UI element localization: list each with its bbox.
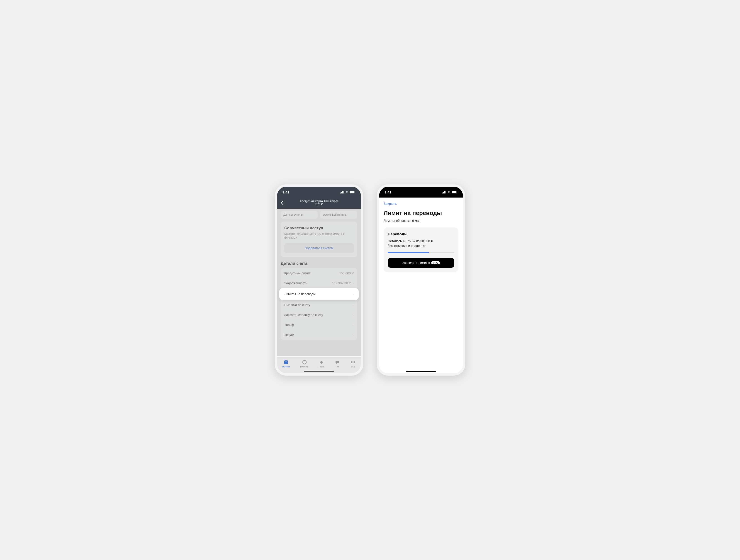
tab-home[interactable]: Главная bbox=[282, 359, 290, 368]
status-time: 9:41 bbox=[384, 190, 391, 194]
svg-rect-2 bbox=[342, 191, 343, 194]
progress-bar bbox=[388, 252, 454, 253]
chat-icon bbox=[335, 359, 340, 365]
row-statement[interactable]: Выписка по счету › bbox=[281, 300, 357, 310]
back-button[interactable] bbox=[281, 201, 284, 205]
tab-label: Главная bbox=[282, 366, 290, 368]
page-title: Лимит на переводы bbox=[384, 210, 458, 217]
svg-rect-7 bbox=[284, 360, 288, 364]
row-transfer-limits[interactable]: Лимиты на переводы › bbox=[279, 288, 359, 300]
limit-card-text: Осталось 18 750 ₽ из 50 000 ₽ без комисс… bbox=[388, 239, 454, 248]
chevron-right-icon: › bbox=[353, 292, 354, 296]
tab-label: Еще bbox=[351, 366, 355, 368]
row-tariff[interactable]: Тариф › bbox=[281, 320, 357, 330]
nav-subtitle: 7,70 ₽ bbox=[287, 203, 351, 206]
home-icon bbox=[283, 359, 289, 365]
battery-icon bbox=[350, 191, 356, 194]
limit-line2: без комиссии и процентов bbox=[388, 244, 426, 248]
row-debt[interactable]: Задолженность 149 992,30 ₽ › bbox=[281, 278, 357, 288]
chevron-right-icon: › bbox=[353, 323, 354, 327]
row-label: Тариф bbox=[284, 323, 294, 327]
row-label: Выписка по счету bbox=[284, 303, 310, 307]
svg-rect-20 bbox=[457, 192, 457, 193]
row-label: Заказать справку по счету bbox=[284, 313, 323, 317]
increase-limit-button[interactable]: Увеличить лимит с PRO bbox=[388, 258, 454, 268]
status-time: 9:41 bbox=[282, 190, 289, 194]
battery-icon bbox=[452, 191, 458, 194]
button-text: Увеличить лимит с bbox=[402, 261, 430, 264]
row-order-statement[interactable]: Заказать справку по счету › bbox=[281, 310, 357, 320]
payments-icon bbox=[302, 359, 307, 365]
row-credit-limit[interactable]: Кредитный лимит 150 000 ₽ bbox=[281, 268, 357, 278]
progress-fill bbox=[388, 252, 429, 253]
tab-city[interactable]: Город bbox=[319, 359, 324, 368]
shared-desc: Можете пользоваться этим счетом вместе с… bbox=[284, 232, 354, 240]
home-indicator[interactable] bbox=[304, 371, 334, 372]
phone-left: 9:41 Кредитная карта Тинькофф 7,70 ₽ bbox=[275, 185, 363, 375]
pro-badge: PRO bbox=[431, 261, 440, 264]
details-heading: Детали счета bbox=[277, 260, 361, 268]
svg-rect-16 bbox=[444, 191, 445, 194]
tab-more[interactable]: Еще bbox=[350, 359, 356, 368]
chevron-right-icon: › bbox=[353, 333, 354, 337]
phone-right: 9:41 Закрыть Лимит на переводы Лимиты об… bbox=[377, 185, 465, 375]
nav-title: Кредитная карта Тинькофф bbox=[287, 199, 351, 203]
notch bbox=[403, 187, 439, 194]
svg-rect-6 bbox=[355, 192, 355, 193]
limit-card-title: Переводы bbox=[388, 232, 454, 236]
shared-title: Совместный доступ bbox=[284, 226, 354, 230]
svg-rect-8 bbox=[285, 361, 287, 362]
city-icon bbox=[319, 359, 324, 365]
notch bbox=[301, 187, 337, 194]
chevron-right-icon: › bbox=[353, 282, 354, 285]
chevron-right-icon: › bbox=[353, 303, 354, 307]
status-icons bbox=[340, 191, 356, 194]
chevron-right-icon: › bbox=[353, 313, 354, 317]
svg-rect-19 bbox=[452, 191, 456, 193]
deposit-pill[interactable]: Для пополнения bbox=[281, 211, 318, 219]
content-area: Закрыть Лимит на переводы Лимиты обновят… bbox=[379, 198, 463, 373]
share-account-button[interactable]: Поделиться счетом bbox=[284, 243, 354, 253]
close-button[interactable]: Закрыть bbox=[384, 200, 458, 210]
limit-line1: Осталось 18 750 ₽ из 50 000 ₽ bbox=[388, 239, 433, 243]
row-label: Лимиты на переводы bbox=[284, 292, 315, 296]
status-icons bbox=[442, 191, 458, 194]
row-value: 150 000 ₽ bbox=[340, 271, 354, 275]
nav-header: Кредитная карта Тинькофф 7,70 ₽ bbox=[277, 198, 361, 209]
svg-rect-12 bbox=[353, 361, 354, 363]
tab-label: Город bbox=[319, 366, 324, 368]
row-value: 149 992,30 ₽ bbox=[332, 282, 351, 285]
svg-rect-14 bbox=[442, 193, 443, 194]
link-pill[interactable]: www.tinkoff.ru/rm/g... bbox=[320, 211, 357, 219]
cellular-signal-icon bbox=[340, 191, 344, 194]
row-label: Кредитный лимит bbox=[284, 271, 310, 275]
svg-rect-11 bbox=[351, 361, 352, 363]
wifi-icon bbox=[345, 191, 349, 194]
row-label: Услуги bbox=[284, 333, 294, 337]
svg-rect-15 bbox=[443, 192, 444, 194]
details-card: Кредитный лимит 150 000 ₽ Задолженность … bbox=[281, 268, 357, 340]
row-label: Задолженность bbox=[284, 282, 307, 285]
svg-rect-1 bbox=[341, 192, 342, 194]
svg-rect-5 bbox=[350, 191, 354, 193]
tab-payments[interactable]: Платежи bbox=[300, 359, 308, 368]
home-indicator[interactable] bbox=[406, 371, 436, 372]
svg-rect-0 bbox=[340, 193, 341, 194]
content-area: Для пополнения www.tinkoff.ru/rm/g... Со… bbox=[277, 209, 361, 356]
limit-card: Переводы Осталось 18 750 ₽ из 50 000 ₽ б… bbox=[384, 227, 458, 272]
wifi-icon bbox=[447, 191, 451, 194]
svg-rect-13 bbox=[354, 361, 355, 363]
svg-rect-10 bbox=[336, 361, 339, 363]
row-services[interactable]: Услуги › bbox=[281, 330, 357, 340]
tab-label: Чат bbox=[336, 366, 339, 368]
cellular-signal-icon bbox=[442, 191, 446, 194]
svg-rect-3 bbox=[344, 191, 344, 194]
tab-chat[interactable]: Чат bbox=[335, 359, 340, 368]
shared-access-card: Совместный доступ Можете пользоваться эт… bbox=[281, 222, 357, 257]
more-icon bbox=[350, 359, 356, 365]
svg-rect-17 bbox=[446, 191, 446, 194]
tab-label: Платежи bbox=[300, 366, 308, 368]
page-subtitle: Лимиты обновятся 6 мая bbox=[384, 219, 458, 222]
svg-point-9 bbox=[303, 360, 306, 364]
